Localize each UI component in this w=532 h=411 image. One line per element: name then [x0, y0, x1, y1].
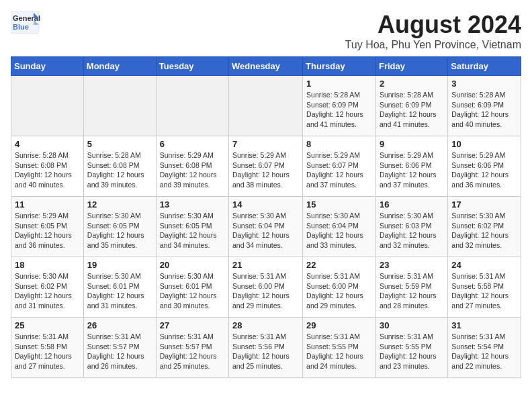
day-number: 31: [451, 320, 517, 330]
table-cell: 2Sunrise: 5:28 AMSunset: 6:09 PMDaylight…: [375, 76, 447, 136]
table-cell: 28Sunrise: 5:31 AMSunset: 5:56 PMDayligh…: [229, 318, 303, 378]
day-detail: Sunrise: 5:31 AMSunset: 6:00 PMDaylight:…: [306, 271, 372, 311]
calendar-subtitle: Tuy Hoa, Phu Yen Province, Vietnam: [345, 39, 521, 51]
day-detail: Sunrise: 5:30 AMSunset: 6:02 PMDaylight:…: [451, 211, 517, 250]
table-cell: 19Sunrise: 5:30 AMSunset: 6:01 PMDayligh…: [83, 257, 156, 318]
table-cell: 4Sunrise: 5:28 AMSunset: 6:08 PMDaylight…: [11, 136, 84, 197]
table-cell: 26Sunrise: 5:31 AMSunset: 5:57 PMDayligh…: [83, 318, 156, 378]
calendar-week-4: 18Sunrise: 5:30 AMSunset: 6:02 PMDayligh…: [11, 257, 521, 318]
day-detail: Sunrise: 5:29 AMSunset: 6:08 PMDaylight:…: [160, 150, 225, 190]
calendar-week-1: 1Sunrise: 5:28 AMSunset: 6:09 PMDaylight…: [11, 76, 521, 136]
day-detail: Sunrise: 5:30 AMSunset: 6:01 PMDaylight:…: [87, 271, 152, 311]
day-detail: Sunrise: 5:28 AMSunset: 6:09 PMDaylight:…: [380, 90, 444, 130]
day-number: 30: [380, 320, 444, 330]
day-number: 21: [232, 260, 299, 270]
day-detail: Sunrise: 5:31 AMSunset: 5:58 PMDaylight:…: [15, 332, 80, 371]
table-cell: 10Sunrise: 5:29 AMSunset: 6:06 PMDayligh…: [448, 136, 521, 197]
day-detail: Sunrise: 5:30 AMSunset: 6:04 PMDaylight:…: [306, 211, 372, 250]
table-cell: 5Sunrise: 5:28 AMSunset: 6:08 PMDaylight…: [83, 136, 156, 197]
table-cell: [229, 76, 303, 136]
logo: General Blue: [11, 11, 40, 35]
day-number: 15: [306, 199, 372, 210]
calendar-table: Sunday Monday Tuesday Wednesday Thursday…: [11, 56, 521, 378]
day-number: 29: [306, 320, 372, 330]
table-cell: 13Sunrise: 5:30 AMSunset: 6:05 PMDayligh…: [156, 197, 228, 257]
header-wednesday: Wednesday: [229, 57, 303, 76]
day-number: 20: [160, 260, 225, 270]
day-number: 2: [380, 79, 444, 89]
day-detail: Sunrise: 5:31 AMSunset: 5:57 PMDaylight:…: [160, 332, 225, 371]
table-cell: 3Sunrise: 5:28 AMSunset: 6:09 PMDaylight…: [448, 76, 521, 136]
day-detail: Sunrise: 5:31 AMSunset: 5:59 PMDaylight:…: [380, 271, 444, 311]
table-cell: 29Sunrise: 5:31 AMSunset: 5:55 PMDayligh…: [303, 318, 376, 378]
day-number: 22: [306, 260, 372, 270]
day-detail: Sunrise: 5:30 AMSunset: 6:01 PMDaylight:…: [160, 271, 225, 311]
day-number: 6: [160, 139, 225, 149]
day-number: 27: [160, 320, 225, 330]
table-cell: 23Sunrise: 5:31 AMSunset: 5:59 PMDayligh…: [375, 257, 447, 318]
day-detail: Sunrise: 5:29 AMSunset: 6:06 PMDaylight:…: [380, 150, 444, 190]
day-number: 7: [232, 139, 299, 149]
day-number: 16: [380, 199, 444, 210]
header: General Blue August 2024 Tuy Hoa, Phu Ye…: [11, 11, 521, 51]
calendar-week-5: 25Sunrise: 5:31 AMSunset: 5:58 PMDayligh…: [11, 318, 521, 378]
table-cell: 25Sunrise: 5:31 AMSunset: 5:58 PMDayligh…: [11, 318, 84, 378]
table-cell: 12Sunrise: 5:30 AMSunset: 6:05 PMDayligh…: [83, 197, 156, 257]
day-number: 10: [451, 139, 517, 149]
table-cell: 8Sunrise: 5:29 AMSunset: 6:07 PMDaylight…: [303, 136, 376, 197]
calendar-title: August 2024: [345, 11, 521, 39]
table-cell: 31Sunrise: 5:31 AMSunset: 5:54 PMDayligh…: [448, 318, 521, 378]
day-detail: Sunrise: 5:30 AMSunset: 6:05 PMDaylight:…: [87, 211, 152, 250]
day-detail: Sunrise: 5:31 AMSunset: 6:00 PMDaylight:…: [232, 271, 299, 311]
header-sunday: Sunday: [11, 57, 84, 76]
table-cell: 20Sunrise: 5:30 AMSunset: 6:01 PMDayligh…: [156, 257, 228, 318]
title-area: August 2024 Tuy Hoa, Phu Yen Province, V…: [345, 11, 521, 51]
day-number: 25: [15, 320, 80, 330]
table-cell: 17Sunrise: 5:30 AMSunset: 6:02 PMDayligh…: [448, 197, 521, 257]
table-cell: 14Sunrise: 5:30 AMSunset: 6:04 PMDayligh…: [229, 197, 303, 257]
day-number: 23: [380, 260, 444, 270]
day-detail: Sunrise: 5:31 AMSunset: 5:57 PMDaylight:…: [87, 332, 152, 371]
table-cell: 21Sunrise: 5:31 AMSunset: 6:00 PMDayligh…: [229, 257, 303, 318]
table-cell: 1Sunrise: 5:28 AMSunset: 6:09 PMDaylight…: [303, 76, 376, 136]
day-detail: Sunrise: 5:31 AMSunset: 5:56 PMDaylight:…: [232, 332, 299, 371]
day-number: 1: [306, 79, 372, 89]
day-detail: Sunrise: 5:29 AMSunset: 6:05 PMDaylight:…: [15, 211, 80, 250]
header-thursday: Thursday: [303, 57, 376, 76]
day-detail: Sunrise: 5:28 AMSunset: 6:08 PMDaylight:…: [15, 150, 80, 190]
day-detail: Sunrise: 5:30 AMSunset: 6:02 PMDaylight:…: [15, 271, 80, 311]
day-detail: Sunrise: 5:30 AMSunset: 6:04 PMDaylight:…: [232, 211, 299, 250]
header-monday: Monday: [83, 57, 156, 76]
day-detail: Sunrise: 5:30 AMSunset: 6:03 PMDaylight:…: [380, 211, 444, 250]
header-tuesday: Tuesday: [156, 57, 228, 76]
day-number: 3: [451, 79, 517, 89]
table-cell: [156, 76, 228, 136]
table-cell: 30Sunrise: 5:31 AMSunset: 5:55 PMDayligh…: [375, 318, 447, 378]
header-saturday: Saturday: [448, 57, 521, 76]
day-number: 13: [160, 199, 225, 210]
header-friday: Friday: [375, 57, 447, 76]
table-cell: [11, 76, 84, 136]
table-cell: 22Sunrise: 5:31 AMSunset: 6:00 PMDayligh…: [303, 257, 376, 318]
day-number: 18: [15, 260, 80, 270]
day-number: 4: [15, 139, 80, 149]
calendar-week-2: 4Sunrise: 5:28 AMSunset: 6:08 PMDaylight…: [11, 136, 521, 197]
day-detail: Sunrise: 5:29 AMSunset: 6:06 PMDaylight:…: [451, 150, 517, 190]
day-number: 28: [232, 320, 299, 330]
day-detail: Sunrise: 5:28 AMSunset: 6:08 PMDaylight:…: [87, 150, 152, 190]
day-number: 24: [451, 260, 517, 270]
day-number: 9: [380, 139, 444, 149]
day-detail: Sunrise: 5:28 AMSunset: 6:09 PMDaylight:…: [306, 90, 372, 130]
calendar-header-row: Sunday Monday Tuesday Wednesday Thursday…: [11, 57, 521, 76]
day-detail: Sunrise: 5:31 AMSunset: 5:54 PMDaylight:…: [451, 332, 517, 371]
table-cell: 7Sunrise: 5:29 AMSunset: 6:07 PMDaylight…: [229, 136, 303, 197]
day-number: 26: [87, 320, 152, 330]
day-detail: Sunrise: 5:29 AMSunset: 6:07 PMDaylight:…: [232, 150, 299, 190]
day-number: 8: [306, 139, 372, 149]
table-cell: 9Sunrise: 5:29 AMSunset: 6:06 PMDaylight…: [375, 136, 447, 197]
day-detail: Sunrise: 5:31 AMSunset: 5:55 PMDaylight:…: [306, 332, 372, 371]
calendar-week-3: 11Sunrise: 5:29 AMSunset: 6:05 PMDayligh…: [11, 197, 521, 257]
table-cell: 16Sunrise: 5:30 AMSunset: 6:03 PMDayligh…: [375, 197, 447, 257]
day-detail: Sunrise: 5:31 AMSunset: 5:58 PMDaylight:…: [451, 271, 517, 311]
table-cell: 11Sunrise: 5:29 AMSunset: 6:05 PMDayligh…: [11, 197, 84, 257]
